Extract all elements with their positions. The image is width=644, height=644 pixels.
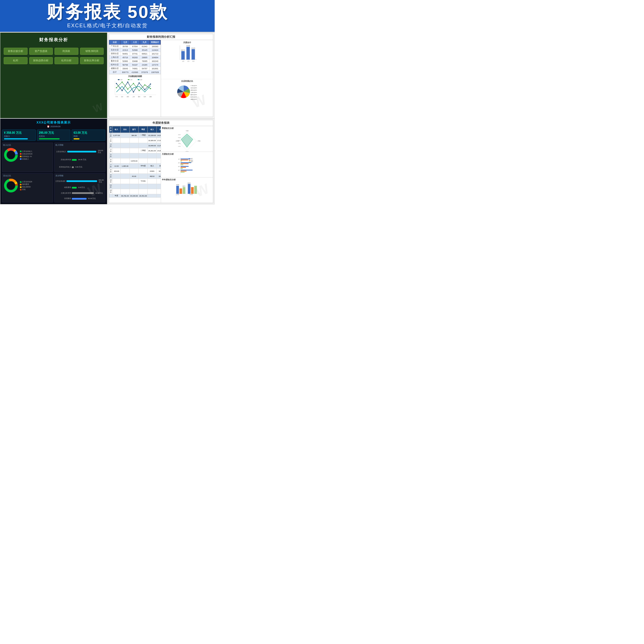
q3-bar-income-chart: 主营业务收入 320.00 万元 其他业务利润 34.05 万元 投资收益等收入… <box>55 147 104 171</box>
q2-table-cell: 22313 <box>120 48 130 52</box>
q4-table-cell: 12月 <box>109 189 113 194</box>
svg-text:七月: 七月 <box>120 79 122 80</box>
q2-table-cell: 410680 <box>130 70 140 74</box>
q4-table-row: 年度66,791.0064,340.0020,451.00 <box>109 194 161 198</box>
q3-expense-row2: 销售费用 3.00万元 <box>55 186 104 189</box>
svg-rect-93 <box>176 186 179 194</box>
q4-monthly-title: 月度收支分析 <box>162 153 212 156</box>
q2-table-cell: 深圳分店 <box>109 52 120 56</box>
svg-text:45210: 45210 <box>187 183 190 184</box>
svg-text:盈亏: 盈亏 <box>191 161 193 162</box>
q3-dashboard: XXX公司财务报表展示 ⏰ 2020/9/26 ¥ 358.00 万元 总收入 … <box>0 118 107 204</box>
q1-btn-net-profit[interactable]: 销售净利润 <box>80 48 104 55</box>
q3-donut2: 支出占比 主营业务成本 期间费用 税金及附加 其他 <box>2 173 53 203</box>
svg-text:410680: 410680 <box>186 45 190 47</box>
q2-table-cell: 76095 <box>140 59 149 63</box>
q4-table-cell: 下半年 <box>139 179 148 184</box>
q2-th-aug: 八月 <box>130 40 140 45</box>
svg-text:杭州: 杭州 <box>143 96 146 97</box>
q4-table-cell <box>139 158 148 164</box>
q4-table-cell: 4月 <box>109 148 113 153</box>
svg-point-11 <box>127 89 128 90</box>
q2-sheet-title: 财务报表利润分析汇报 <box>109 34 213 40</box>
q2-profit-analysis: 财务报表利润分析汇报 分店 七月 八月 九月 利润合计 <box>107 32 215 118</box>
svg-rect-27 <box>138 79 139 80</box>
q3-bar-expense: 支出明细 主营业务成本 200.00万元 销售费用 3.00万元 主要业务管理 <box>54 173 105 203</box>
q4-monthly-chart: 月度收支分析 1月 2月 <box>161 152 213 177</box>
svg-text:深圳分店15%: 深圳分店15% <box>191 89 197 91</box>
svg-text:深圳: 深圳 <box>127 96 129 97</box>
q4-table-cell <box>121 184 130 189</box>
q2-table-cell: 137270 <box>149 63 160 67</box>
svg-text:支出: 支出 <box>191 159 193 161</box>
svg-rect-86 <box>189 158 191 159</box>
svg-point-5 <box>133 91 134 93</box>
q1-btn-profit[interactable]: 利润表 <box>55 48 78 55</box>
svg-rect-84 <box>181 171 187 172</box>
q4-table-cell <box>139 169 148 174</box>
q4-table-cell <box>112 174 120 179</box>
q2-right-charts: 月度合计 306770 410680 370378 <box>161 40 213 117</box>
svg-point-6 <box>139 82 140 83</box>
svg-text:二季度: 二季度 <box>197 140 200 142</box>
svg-rect-81 <box>181 168 183 169</box>
q2-table-cell: 110424 <box>149 48 160 52</box>
q4-table-cell: 423.00 <box>112 169 120 174</box>
q1-btn-ratio[interactable]: 财务比率分析 <box>80 57 104 64</box>
q4-table-cell <box>148 189 157 194</box>
q2-pie-title: 分店利润占比 <box>162 80 212 83</box>
q1-btn-dupont[interactable]: 杜邦 <box>4 57 28 64</box>
q1-btn-dupont-analysis[interactable]: 杜邦分析 <box>55 57 78 64</box>
q2-table-cell: 上海分店 <box>109 56 120 59</box>
q4-table-row: 9月45.00482103387111539 <box>109 174 161 179</box>
svg-marker-59 <box>181 134 193 148</box>
svg-rect-72 <box>181 160 188 160</box>
q3-bar-expense-chart: 主营业务成本 200.00万元 销售费用 3.00万元 主要业务管理 30.00… <box>55 178 104 202</box>
q1-btn-compare[interactable]: 财务比较分析 <box>4 48 28 55</box>
q3-donut2-svg <box>3 178 19 193</box>
q2-th-jul: 七月 <box>120 40 130 45</box>
svg-point-12 <box>133 83 134 84</box>
q3-donut1-svg <box>3 147 19 163</box>
q4-th-income: 收入 <box>112 126 120 133</box>
svg-rect-98 <box>194 186 197 194</box>
q2-table-cell: 北京分店 <box>109 48 120 52</box>
q3-kpi-profit: 63.00 万元 利润 <box>72 129 105 141</box>
q2-table-cell: 1087828 <box>149 70 160 74</box>
q4-table-cell: 19,949.00 <box>148 143 157 148</box>
q2-table-cell: 35145 <box>140 48 149 52</box>
q2-table-row: 合计3067704106803703781087828 <box>109 70 161 74</box>
q4-table-cell: 10月 <box>109 179 113 184</box>
q1-btn-balance[interactable]: 资产负债表 <box>29 48 53 55</box>
q4-table-cell <box>112 158 120 164</box>
q4-table-cell <box>129 143 139 148</box>
q2-bar-title: 月度合计 <box>162 41 212 44</box>
q4-table-cell <box>139 138 148 143</box>
q3-kpis: ¥ 358.00 万元 总收入 295.00 万元 总支出 63.00 万元 利… <box>2 129 105 141</box>
q4-table-cell: 5月 <box>109 153 113 158</box>
q4-table-cell: 2月 <box>109 138 113 143</box>
svg-text:七月: 七月 <box>182 60 184 62</box>
q3-income-row2: 其他业务利润 34.05 万元 <box>55 158 104 161</box>
svg-text:3月: 3月 <box>178 166 180 167</box>
svg-text:成都分店15%: 成都分店15% <box>191 99 197 100</box>
svg-text:一季度: 一季度 <box>185 130 189 131</box>
q1-btn-trend[interactable]: 财务趋势分析 <box>29 57 53 64</box>
q2-table-cell: 广州分店 <box>109 45 120 48</box>
q2-line-chart-svg: 广州 北京 深圳 上海 重庆 杭州 成都 七月 八月 <box>110 78 160 98</box>
svg-rect-32 <box>187 47 190 60</box>
svg-text:上半年: 上半年 <box>176 194 179 195</box>
q4-table-cell: 22,228.00 <box>148 133 157 138</box>
q3-title: XXX公司财务报表展示 <box>2 120 105 125</box>
q4-table-cell: 1月 <box>109 133 113 138</box>
q2-table-cell: 37741 <box>130 52 140 56</box>
svg-text:八月: 八月 <box>187 60 189 62</box>
svg-text:杭州分店13%: 杭州分店13% <box>190 96 197 98</box>
svg-text:30000: 30000 <box>178 134 181 135</box>
q3-donut1-legend: 主营业务收入 其他业务利润 投资收益 1% 其他收入 <box>20 150 32 160</box>
q4-table-cell <box>121 148 130 153</box>
q4-table-cell <box>129 189 139 194</box>
svg-rect-97 <box>191 187 194 194</box>
svg-rect-96 <box>188 184 190 194</box>
svg-text:1月: 1月 <box>178 158 180 160</box>
